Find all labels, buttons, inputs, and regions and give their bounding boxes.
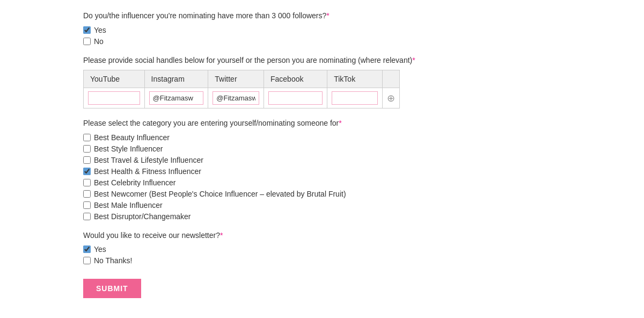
cat-beauty-checkbox[interactable]	[83, 134, 91, 141]
followers-yes-checkbox[interactable]	[83, 26, 91, 34]
cat-newcomer-row[interactable]: Best Newcomer (Best People's Choice Infl…	[83, 190, 561, 198]
cat-disruptor-checkbox[interactable]	[83, 213, 91, 220]
youtube-cell	[84, 88, 145, 109]
category-question: Please select the category you are enter…	[83, 118, 561, 129]
cat-male-checkbox[interactable]	[83, 201, 91, 209]
col-youtube: YouTube	[84, 70, 145, 88]
twitter-input[interactable]	[213, 91, 259, 105]
followers-section: Do you/the influencer you're nominating …	[83, 11, 561, 46]
instagram-cell	[144, 88, 208, 109]
followers-no-label[interactable]: No	[94, 37, 104, 46]
cat-beauty-label[interactable]: Best Beauty Influencer	[94, 133, 170, 142]
social-handles-table: YouTube Instagram Twitter Facebook TikTo…	[83, 70, 400, 109]
col-twitter: Twitter	[208, 70, 264, 88]
nl-yes-label[interactable]: Yes	[94, 245, 106, 254]
nl-no-label[interactable]: No Thanks!	[94, 256, 132, 265]
cat-beauty-row[interactable]: Best Beauty Influencer	[83, 133, 561, 142]
nl-no-checkbox[interactable]	[83, 257, 91, 264]
nl-no-row[interactable]: No Thanks!	[83, 256, 561, 265]
followers-yes-label[interactable]: Yes	[94, 26, 106, 34]
col-instagram: Instagram	[144, 70, 208, 88]
followers-question-text: Do you/the influencer you're nominating …	[83, 11, 326, 20]
newsletter-question-text: Would you like to receive our newsletter…	[83, 231, 220, 240]
category-section: Please select the category you are enter…	[83, 118, 561, 221]
cat-celebrity-row[interactable]: Best Celebrity Influencer	[83, 178, 561, 187]
col-add-header	[383, 70, 400, 88]
col-tiktok: TikTok	[327, 70, 383, 88]
cat-health-label[interactable]: Best Health & Fitness Influencer	[94, 167, 201, 176]
youtube-input[interactable]	[88, 91, 140, 105]
cat-male-label[interactable]: Best Male Influencer	[94, 201, 163, 209]
submit-button[interactable]: SUBMIT	[83, 279, 141, 298]
cat-male-row[interactable]: Best Male Influencer	[83, 201, 561, 209]
followers-no-row[interactable]: No	[83, 37, 561, 46]
add-row-cell: ⊕	[383, 88, 400, 109]
social-section: Please provide social handles below for …	[83, 55, 561, 109]
submit-section: SUBMIT	[83, 274, 561, 298]
social-required-marker: *	[412, 56, 415, 64]
add-row-button[interactable]: ⊕	[386, 91, 396, 105]
twitter-cell	[208, 88, 264, 109]
cat-newcomer-checkbox[interactable]	[83, 190, 91, 198]
social-question: Please provide social handles below for …	[83, 55, 561, 66]
cat-disruptor-label[interactable]: Best Disruptor/Changemaker	[94, 212, 191, 221]
followers-no-checkbox[interactable]	[83, 38, 91, 45]
cat-travel-row[interactable]: Best Travel & Lifestyle Influencer	[83, 156, 561, 164]
cat-celebrity-label[interactable]: Best Celebrity Influencer	[94, 178, 176, 187]
social-question-text: Please provide social handles below for …	[83, 56, 412, 64]
nl-yes-checkbox[interactable]	[83, 245, 91, 253]
cat-health-checkbox[interactable]	[83, 168, 91, 175]
cat-health-row[interactable]: Best Health & Fitness Influencer	[83, 167, 561, 176]
facebook-cell	[264, 88, 327, 109]
tiktok-input[interactable]	[332, 91, 378, 105]
cat-style-row[interactable]: Best Style Influencer	[83, 144, 561, 153]
followers-yes-row[interactable]: Yes	[83, 26, 561, 34]
col-facebook: Facebook	[264, 70, 327, 88]
category-question-text: Please select the category you are enter…	[83, 119, 339, 127]
cat-travel-label[interactable]: Best Travel & Lifestyle Influencer	[94, 156, 203, 164]
newsletter-question: Would you like to receive our newsletter…	[83, 230, 561, 241]
cat-newcomer-label[interactable]: Best Newcomer (Best People's Choice Infl…	[94, 190, 346, 198]
cat-disruptor-row[interactable]: Best Disruptor/Changemaker	[83, 212, 561, 221]
followers-question: Do you/the influencer you're nominating …	[83, 11, 561, 21]
cat-style-checkbox[interactable]	[83, 145, 91, 153]
newsletter-section: Would you like to receive our newsletter…	[83, 230, 561, 265]
followers-required-marker: *	[326, 11, 329, 20]
facebook-input[interactable]	[268, 91, 323, 105]
cat-celebrity-checkbox[interactable]	[83, 179, 91, 186]
instagram-input[interactable]	[149, 91, 204, 105]
cat-travel-checkbox[interactable]	[83, 156, 91, 164]
cat-style-label[interactable]: Best Style Influencer	[94, 144, 163, 153]
newsletter-required-marker: *	[220, 231, 223, 240]
nl-yes-row[interactable]: Yes	[83, 245, 561, 254]
category-required-marker: *	[339, 119, 341, 127]
tiktok-cell	[327, 88, 383, 109]
